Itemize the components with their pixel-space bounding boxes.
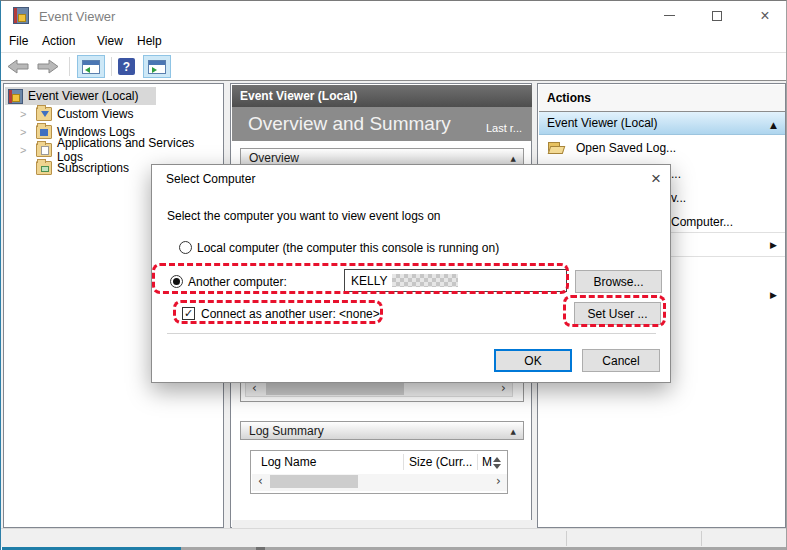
ok-button[interactable]: OK — [494, 349, 572, 372]
panel-footer-strip — [232, 520, 532, 528]
close-button[interactable]: × — [742, 1, 787, 30]
dialog-title-bar: Select Computer × — [152, 165, 670, 193]
show-action-pane-button[interactable] — [143, 55, 171, 78]
dialog-title: Select Computer — [166, 172, 255, 186]
maximize-button[interactable] — [694, 1, 740, 30]
radio-another-computer[interactable] — [170, 275, 183, 288]
column-separator[interactable] — [403, 454, 404, 470]
log-summary-horizontal-scrollbar[interactable]: ‹ › — [252, 474, 507, 491]
browse-button[interactable]: Browse... — [575, 270, 662, 293]
collapse-arrow-icon[interactable]: ▲ — [511, 155, 516, 163]
scroll-left-icon[interactable]: ‹ — [253, 475, 268, 488]
scrollbar-thumb[interactable] — [270, 475, 358, 488]
scroll-right-icon[interactable]: › — [496, 382, 511, 395]
actions-group-header[interactable]: Event Viewer (Local) ▲ — [539, 112, 785, 135]
tree-item-custom-views[interactable]: > Custom Views — [20, 105, 133, 123]
dialog-separator — [167, 333, 656, 334]
expand-chevron-icon[interactable]: > — [20, 108, 30, 120]
minimize-button[interactable] — [646, 1, 692, 30]
page-title: Overview and Summary — [248, 113, 451, 135]
status-bar-separator — [566, 531, 567, 546]
applications-logs-folder-icon — [36, 143, 52, 157]
minimize-icon — [664, 15, 675, 16]
maximize-icon — [712, 11, 722, 21]
menu-view[interactable]: View — [97, 34, 123, 50]
console-tree-icon — [82, 60, 100, 74]
column-header-log-name[interactable]: Log Name — [261, 455, 316, 469]
collapse-arrow-icon[interactable]: ▲ — [511, 428, 516, 436]
toolbar-separator — [69, 57, 70, 76]
scroll-right-icon[interactable]: › — [491, 475, 506, 488]
action-pane-icon — [148, 60, 166, 74]
menu-help[interactable]: Help — [137, 34, 162, 50]
computer-name-value: KELLY — [351, 274, 387, 288]
expand-chevron-icon[interactable]: > — [20, 144, 30, 156]
tree-item-subscriptions[interactable]: > Subscriptions — [20, 159, 129, 177]
tree-root-label: Event Viewer (Local) — [28, 89, 139, 103]
tree-item-label: Custom Views — [57, 107, 133, 121]
help-button[interactable]: ? — [118, 58, 135, 75]
column-header-size[interactable]: Size (Curr... — [409, 455, 472, 469]
column-scroll-spinner[interactable] — [493, 457, 501, 469]
window-title: Event Viewer — [39, 9, 115, 24]
actions-group-label: Event Viewer (Local) — [547, 116, 658, 130]
computer-name-input[interactable]: KELLY — [344, 269, 567, 292]
show-console-tree-button[interactable] — [77, 55, 105, 78]
cancel-button[interactable]: Cancel — [582, 349, 660, 372]
spin-up-icon — [493, 457, 501, 462]
radio-local-computer-label[interactable]: Local computer (the computer this consol… — [197, 241, 499, 255]
spin-down-icon — [493, 464, 501, 469]
dialog-close-button[interactable]: × — [642, 165, 670, 192]
column-separator[interactable] — [477, 454, 478, 470]
collapse-group-icon[interactable]: ▲ — [770, 120, 777, 130]
tree-item-applications-services-logs[interactable]: > Applications and Services Logs — [20, 141, 223, 159]
last-refreshed-label: Last r... — [486, 122, 522, 134]
ok-button-label: OK — [524, 354, 541, 368]
redacted-text-blur — [392, 274, 458, 287]
connect-as-another-user-label[interactable]: Connect as another user: <none> — [201, 307, 380, 321]
set-user-button[interactable]: Set User ... — [574, 302, 661, 325]
log-summary-section-header[interactable]: Log Summary ▲ — [240, 421, 524, 440]
event-viewer-app-icon — [13, 7, 31, 25]
menu-bar: File Action View Help — [1, 31, 787, 52]
windows-logs-folder-icon — [36, 125, 52, 139]
radio-local-computer[interactable] — [179, 241, 192, 254]
close-icon: × — [760, 8, 769, 24]
toolbar-separator-2 — [111, 57, 112, 76]
submenu-arrow-icon: ▶ — [770, 290, 777, 300]
overview-summary-band: Overview and Summary Last r... — [232, 107, 532, 141]
menu-action[interactable]: Action — [42, 34, 75, 50]
log-summary-label: Log Summary — [249, 424, 324, 438]
log-summary-table: Log Name Size (Curr... M ‹ › — [250, 450, 508, 494]
status-bar-separator — [701, 531, 702, 546]
open-folder-icon — [548, 142, 565, 155]
menu-file[interactable]: File — [9, 34, 28, 50]
toolbar: ? — [1, 52, 787, 81]
radio-another-computer-label[interactable]: Another computer: — [188, 275, 287, 289]
select-computer-dialog: Select Computer × Select the computer yo… — [151, 164, 671, 383]
expand-chevron-icon[interactable]: > — [20, 126, 30, 138]
action-label-fragment: ... — [671, 167, 681, 181]
forward-button[interactable] — [37, 59, 59, 74]
title-bar: Event Viewer × — [1, 1, 787, 31]
column-header-m[interactable]: M — [482, 455, 492, 469]
tree-item-event-viewer-local[interactable]: Event Viewer (Local) — [8, 87, 139, 105]
overview-section-label: Overview — [249, 151, 299, 165]
action-open-saved-log[interactable]: Open Saved Log... — [539, 136, 785, 160]
action-label-fragment: v... — [671, 191, 686, 205]
back-arrow-icon — [7, 59, 29, 74]
subscriptions-folder-icon — [36, 161, 52, 175]
connect-as-another-user-checkbox[interactable]: ✓ — [182, 307, 195, 320]
browse-button-label: Browse... — [593, 275, 643, 289]
event-viewer-node-icon — [8, 89, 23, 104]
back-button[interactable] — [7, 59, 29, 74]
status-bar — [1, 528, 787, 547]
dialog-instruction: Select the computer you want to view eve… — [167, 209, 441, 223]
actions-header: Actions — [539, 85, 785, 112]
scrollbar-thumb[interactable] — [266, 382, 404, 395]
results-panel-header: Event Viewer (Local) — [232, 85, 532, 107]
action-label: Open Saved Log... — [576, 141, 676, 155]
scroll-left-icon[interactable]: ‹ — [247, 382, 262, 395]
tree-item-label: Subscriptions — [57, 161, 129, 175]
custom-views-folder-icon — [36, 107, 52, 121]
